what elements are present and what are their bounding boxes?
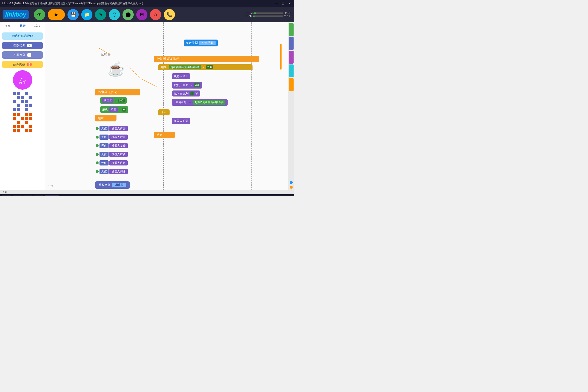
func-left[interactable]: 无值 机器人左转	[96, 143, 128, 148]
export-icon: ⬡	[112, 12, 116, 18]
sidebar-block-bool[interactable]: 条件类型 B	[2, 61, 43, 68]
block-int-speed-val[interactable]: 整数类型 调速值	[95, 182, 130, 189]
block-robot-forward-if[interactable]: 机器人前进	[172, 118, 190, 124]
vertical-divider-2	[252, 22, 252, 190]
grid-icon-2[interactable]	[13, 113, 32, 132]
xy-x: X: 53	[284, 12, 290, 14]
int-badge: N	[27, 44, 32, 47]
play-button[interactable]: ▶	[48, 9, 65, 20]
right-panel-item-green[interactable]	[289, 23, 294, 36]
tab-element[interactable]: 元素	[15, 22, 30, 30]
robot-back-label: 机器人后退	[110, 134, 128, 140]
task-view-button[interactable]: 🗂	[23, 195, 33, 196]
speed-var-label: 调速值	[112, 183, 126, 188]
right-panel-item-orange[interactable]	[289, 78, 294, 91]
ctrl-init-header[interactable]: 控制器 初始化	[95, 89, 140, 96]
block-robot-stop-1[interactable]: 机器人停止	[172, 73, 190, 79]
save-button[interactable]: 💾	[68, 9, 79, 20]
right-panel-dot-orange[interactable]	[290, 186, 293, 189]
right-panel-dot-blue[interactable]	[290, 181, 293, 184]
open-button[interactable]: 📁	[81, 9, 92, 20]
ctrl-repeat-header[interactable]: 控制器 反复执行	[154, 56, 259, 62]
tab-instruction[interactable]: 指令	[0, 22, 15, 30]
func-forward[interactable]: 无值 机器人前进	[96, 126, 128, 131]
dot-left	[96, 144, 99, 147]
block-delay-1s[interactable]: 延时器 延时 1 秒	[172, 90, 200, 96]
linkboy-taskbar-app[interactable]: L linkboy	[45, 195, 59, 196]
edit1-icon: ✎	[99, 12, 102, 18]
canvas-area[interactable]: 延时器 ☕ 整数类型 左侧距离 控制器 反复执行 如果 超声波测距器 障碍物距离…	[45, 22, 288, 190]
timer-label: 延时器	[101, 52, 111, 56]
sidebar-block-int[interactable]: 整数类型 N	[2, 42, 43, 49]
robot-right-label: 机器人右转	[110, 152, 128, 157]
home-button[interactable]: ⌂	[150, 9, 161, 20]
if-block-header[interactable]: 如果 超声波测距器 障碍物距离 < 200	[158, 64, 252, 70]
block-servo-init[interactable]: 舵机 角度 = 0	[100, 106, 128, 113]
no-val-back: 无值	[100, 134, 108, 140]
line-number: : 1	[47, 185, 50, 188]
right-panel-item-blue[interactable]	[289, 37, 294, 50]
sidebar-block-comment[interactable]: 程序注释和说明	[2, 32, 43, 40]
func-back[interactable]: 无值 机器人后退	[96, 134, 128, 140]
else-label: 否则	[161, 111, 166, 114]
code-button[interactable]: ⬤	[122, 9, 134, 20]
rom-progress-fill	[254, 12, 256, 14]
statusbar: : 1 行	[0, 190, 294, 194]
block-int-left-dist[interactable]: 整数类型 左侧距离	[184, 40, 218, 46]
tab-module[interactable]: 模块	[30, 22, 45, 30]
taskbar-time-date: 15:43 2018/12/31 星期一	[269, 196, 286, 196]
func-right[interactable]: 无值 机器人右转	[96, 152, 128, 157]
ctrl-init-end[interactable]: 结束	[95, 116, 116, 122]
robot-stop-1-label: 机器人停止	[174, 74, 188, 78]
block-left-dist-assign[interactable]: 左侧距离 = 超声波测距器 障碍物距离	[172, 99, 228, 106]
block-speed-val[interactable]: 调速值 = 100	[100, 97, 127, 104]
no-val-left: 无值	[100, 143, 108, 148]
ctrl-repeat-end[interactable]: 结束	[154, 132, 175, 138]
grid-icon-1[interactable]	[13, 92, 32, 111]
int-label: 整数类型	[13, 44, 25, 48]
func-speed[interactable]: 无值 机器人调速	[96, 169, 128, 174]
block-servo-neg90[interactable]: 舵机 角度 = -90	[172, 82, 202, 88]
play-icon: ▶	[54, 12, 58, 18]
dot-forward	[96, 127, 99, 130]
music-label: 音乐	[19, 80, 26, 85]
eye-button[interactable]: 👁	[34, 9, 45, 20]
save-icon: 💾	[70, 12, 76, 18]
sonar-sensor-block[interactable]: 超声波测距器 障碍物距离	[169, 65, 201, 69]
vertical-divider-1	[163, 22, 164, 190]
else-block[interactable]: 否则	[158, 110, 170, 116]
func-stop[interactable]: 无值 机器人停止	[96, 160, 128, 166]
equals-speed: =	[115, 99, 116, 102]
sidebar-content: 程序注释和说明 整数类型 N 小数类型 F 条件类型 B ♩♪ 音乐	[0, 30, 45, 190]
float-label: 小数类型	[14, 53, 26, 57]
phone-button[interactable]: 📞	[164, 9, 175, 20]
rom-label: ROM	[246, 12, 252, 14]
phone-icon: 📞	[166, 12, 172, 18]
export-button[interactable]: ⬡	[109, 9, 120, 20]
dot-speed	[96, 170, 99, 173]
int-type-label-2: 整数类型	[98, 183, 110, 187]
equals-1: =	[191, 84, 192, 87]
close-button[interactable]: ✕	[287, 1, 292, 6]
ram-progress-fill	[253, 16, 255, 17]
status-line: : 1 行	[2, 191, 7, 194]
start-button[interactable]: ⊞	[2, 195, 11, 196]
sidebar-block-float[interactable]: 小数类型 F	[2, 51, 43, 59]
value-0: 0	[122, 108, 126, 112]
eye-icon: 👁	[37, 12, 42, 18]
sonar-assign-block[interactable]: 超声波测距器 障碍物距离	[193, 100, 226, 105]
bool-badge: B	[27, 62, 32, 66]
maximize-button[interactable]: □	[281, 1, 286, 6]
grid-button[interactable]: ⊞	[136, 9, 148, 20]
bool-label: 条件类型	[13, 62, 25, 66]
logo[interactable]: linkboy	[2, 10, 29, 19]
search-button[interactable]: 🔍	[12, 195, 22, 196]
file-explorer-button[interactable]: 📁	[34, 195, 44, 196]
robot-forward-if-label: 机器人前进	[174, 119, 188, 123]
music-block[interactable]: ♩♪ 音乐	[13, 70, 32, 90]
edit1-button[interactable]: ✎	[95, 9, 106, 20]
delay-label: 延时器 延时	[174, 92, 189, 96]
right-panel-item-purple[interactable]	[289, 51, 294, 64]
minimize-button[interactable]: —	[274, 1, 280, 6]
right-panel-item-teal[interactable]	[289, 64, 294, 77]
